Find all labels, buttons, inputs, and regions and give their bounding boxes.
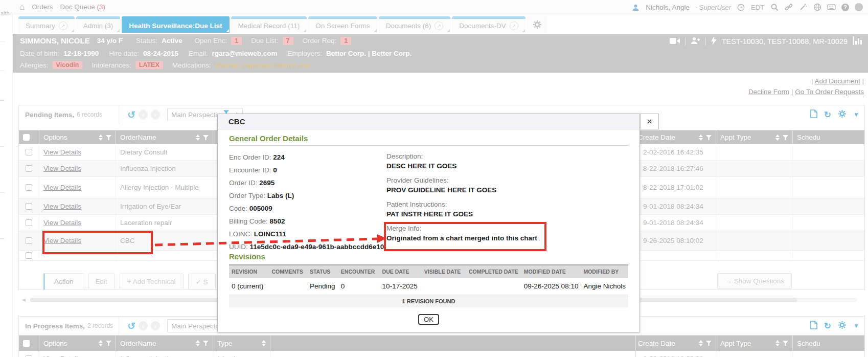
add-document-link[interactable]: Add Document — [814, 77, 860, 85]
tab-summary[interactable]: Summary ↗ — [18, 16, 75, 33]
row-checkbox[interactable] — [26, 252, 32, 259]
user-name[interactable]: Nichols, Angie — [646, 4, 690, 11]
tab-admin[interactable]: Admin (3) — [76, 16, 121, 33]
open-enc-badge[interactable]: 1 — [231, 37, 242, 45]
breadcrumb-doc-queue[interactable]: Doc Queue (3) — [60, 3, 106, 11]
sort-icon[interactable] — [775, 135, 780, 141]
collapse-icon[interactable]: ▼ — [853, 111, 859, 118]
scroll-left-icon[interactable]: ◀ — [22, 297, 26, 302]
tab-documents[interactable]: Documents (6) ↗ — [379, 16, 451, 33]
sort-icon[interactable] — [99, 340, 103, 346]
sort-icon[interactable] — [775, 340, 780, 346]
next-icon[interactable]: › — [151, 110, 160, 119]
refresh-icon[interactable]: ↻ — [824, 321, 831, 331]
filter-icon[interactable] — [706, 135, 712, 140]
new-document-icon[interactable] — [810, 109, 817, 120]
filter-icon[interactable] — [783, 135, 788, 140]
action-menu[interactable]: Action — [43, 273, 83, 290]
filter-icon[interactable] — [106, 341, 111, 346]
filter-icon[interactable] — [203, 135, 209, 140]
collapsed-side-panel: alth — [0, 14, 13, 357]
patient-email: rgara@mieweb.com — [212, 50, 277, 57]
order-type-value: Labs (L) — [267, 192, 294, 199]
top-bar: ⌂ Orders Doc Queue (3) Nichols, Angie - … — [0, 0, 868, 14]
popout-icon[interactable]: ↗ — [59, 21, 67, 30]
sort-icon[interactable] — [196, 340, 200, 346]
breadcrumb-orders[interactable]: Orders — [32, 3, 53, 11]
globe-icon[interactable] — [813, 3, 821, 12]
row-checkbox[interactable] — [26, 203, 32, 210]
add-technical-button[interactable]: + Add Technical — [120, 274, 184, 289]
undo-icon[interactable]: ↺ — [127, 109, 135, 121]
in-progress-title: In Progress Items,2 records — [19, 317, 119, 335]
row-checkbox[interactable] — [26, 219, 32, 226]
tab-health-surveillance-due-list[interactable]: Health Surveillance:Due List — [122, 16, 229, 33]
decline-form-link[interactable]: Decline Form — [748, 88, 789, 96]
intolerance-badge[interactable]: LATEX — [135, 61, 163, 69]
sort-icon[interactable] — [699, 340, 703, 346]
pending-title: Pending Items,6 records — [19, 105, 119, 124]
tab-settings-gear-icon[interactable] — [527, 16, 547, 33]
popout-icon[interactable]: ↗ — [510, 21, 518, 30]
prev-icon[interactable]: ‹ — [139, 321, 148, 330]
tab-medical-record[interactable]: Medical Record (11) — [231, 16, 307, 33]
close-icon[interactable]: × — [640, 114, 659, 129]
view-details-link[interactable]: View Details — [43, 203, 81, 210]
video-camera-icon[interactable] — [670, 37, 680, 46]
prev-icon[interactable]: ‹ — [139, 110, 148, 119]
wand-icon[interactable] — [798, 3, 807, 12]
quick-action-bolt-icon[interactable] — [711, 36, 717, 47]
grid-settings-gear-icon[interactable] — [838, 109, 847, 120]
filter-icon[interactable] — [106, 135, 111, 140]
patient-medications[interactable]: losartan, naproxen sodium oral — [215, 61, 310, 69]
go-to-order-requests-link[interactable]: Go To Order Requests — [795, 88, 864, 96]
undo-icon[interactable]: ↺ — [127, 320, 135, 332]
sort-icon[interactable] — [699, 135, 703, 141]
show-questions-button[interactable]: → Show Questions — [717, 273, 792, 289]
chart-stats-icon[interactable] — [853, 36, 863, 47]
edit-button[interactable]: Edit — [88, 274, 115, 289]
revision-row: 0 (current) Pending0 10-17-2025 09-26-20… — [229, 278, 628, 295]
select-all-checkbox[interactable] — [23, 134, 30, 141]
sort-icon[interactable] — [196, 135, 200, 141]
help-icon[interactable]: ? — [841, 4, 849, 11]
select-all-checkbox[interactable] — [23, 340, 30, 347]
ok-button[interactable]: OK — [418, 314, 439, 325]
row-checkbox[interactable] — [26, 237, 32, 244]
grid-settings-gear-icon[interactable] — [838, 321, 847, 331]
enc-order-id-value: 224 — [273, 153, 285, 161]
sort-icon[interactable] — [262, 340, 266, 346]
row-checkbox[interactable] — [26, 165, 32, 172]
view-details-link[interactable]: View Details — [43, 148, 81, 156]
add-person-icon[interactable] — [691, 37, 700, 46]
tab-documents-dv[interactable]: Documents-DV ↗ — [452, 16, 526, 33]
row-checkbox[interactable] — [26, 149, 32, 155]
view-details-link[interactable]: View Details — [43, 165, 81, 172]
collapse-icon[interactable]: ▼ — [853, 322, 859, 329]
next-icon[interactable]: › — [151, 321, 160, 330]
search-icon[interactable] — [770, 3, 779, 12]
avatar[interactable] — [855, 3, 863, 11]
view-details-link[interactable]: View Details — [43, 237, 81, 244]
new-document-icon[interactable] — [810, 321, 817, 331]
order-req-badge[interactable]: 1 — [340, 37, 351, 45]
tab-on-screen-forms[interactable]: On Screen Forms — [308, 16, 377, 33]
view-details-link[interactable]: View Details — [43, 355, 81, 357]
confirm-button[interactable]: ✓ S — [188, 274, 216, 290]
patient-instructions-value: PAT INSTR HERE IT GOES — [386, 209, 601, 219]
view-details-link[interactable]: View Details — [43, 184, 81, 191]
view-details-link[interactable]: View Details — [43, 219, 81, 227]
due-list-badge[interactable]: 7 — [283, 37, 293, 45]
link-icon[interactable] — [784, 3, 793, 12]
row-checkbox[interactable] — [26, 184, 32, 191]
refresh-icon[interactable]: ↻ — [824, 109, 831, 120]
filter-icon[interactable] — [203, 341, 209, 346]
popout-icon[interactable]: ↗ — [435, 21, 443, 30]
keyboard-icon[interactable] — [827, 3, 836, 12]
chart-tabs: Summary ↗ Admin (3) Health Surveillance:… — [18, 16, 547, 33]
home-icon[interactable]: ⌂ — [19, 3, 25, 11]
filter-icon[interactable] — [783, 341, 788, 346]
sort-icon[interactable] — [99, 135, 103, 141]
allergy-badge[interactable]: Vicodin — [53, 61, 83, 69]
filter-icon[interactable] — [706, 341, 712, 346]
